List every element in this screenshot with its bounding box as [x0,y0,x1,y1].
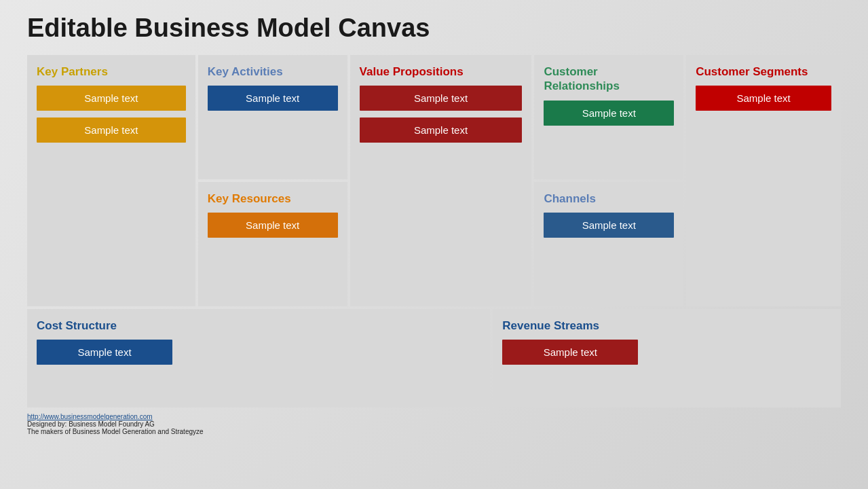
key-resources-btn-1[interactable]: Sample text [208,213,338,238]
customer-relationships-cell: Customer Relationships Sample text [534,55,683,179]
value-propositions-title: Value Propositions [360,65,523,79]
key-partners-btn-1[interactable]: Sample text [37,86,186,111]
revenue-streams-btn-1[interactable]: Sample text [502,340,638,365]
key-resources-cell: Key Resources Sample text [198,182,347,306]
cost-structure-cell: Cost Structure Sample text [27,309,490,408]
page-title: Editable Business Model Canvas [27,14,841,43]
value-props-btn-2[interactable]: Sample text [360,117,523,143]
cust-rel-chan-column: Customer Relationships Sample text Chann… [534,55,683,306]
key-activities-cell: Key Activities Sample text [198,55,347,179]
key-act-res-column: Key Activities Sample text Key Resources… [198,55,347,306]
key-activities-btn-1[interactable]: Sample text [208,86,338,111]
key-partners-btn-2[interactable]: Sample text [37,117,186,143]
channels-cell: Channels Sample text [534,182,683,306]
value-propositions-cell: Value Propositions Sample text Sample te… [350,55,532,306]
footer-designed: Designed by: Business Model Foundry AG [27,420,841,428]
footer-makers: The makers of Business Model Generation … [27,428,841,435]
customer-segments-cell: Customer Segments Sample text [686,55,841,306]
customer-segments-title: Customer Segments [696,65,831,79]
revenue-streams-title: Revenue Streams [502,319,831,333]
customer-relationships-title: Customer Relationships [544,65,674,94]
key-partners-cell: Key Partners Sample text Sample text [27,55,195,306]
top-section: Key Partners Sample text Sample text Key… [27,55,841,306]
revenue-streams-cell: Revenue Streams Sample text [493,309,841,408]
key-partners-title: Key Partners [37,65,186,79]
bottom-section: Cost Structure Sample text Revenue Strea… [27,309,841,408]
key-resources-title: Key Resources [208,192,338,206]
cost-structure-btn-1[interactable]: Sample text [37,340,172,365]
channels-btn-1[interactable]: Sample text [544,213,674,238]
footer: http://www.businessmodelgeneration.com D… [27,413,841,435]
footer-link[interactable]: http://www.businessmodelgeneration.com [27,413,153,420]
value-props-btn-1[interactable]: Sample text [360,86,523,111]
customer-segments-btn-1[interactable]: Sample text [696,86,831,111]
cost-structure-title: Cost Structure [37,319,480,333]
customer-relationships-btn-1[interactable]: Sample text [544,101,674,126]
key-activities-title: Key Activities [208,65,338,79]
channels-title: Channels [544,192,674,206]
canvas: Key Partners Sample text Sample text Key… [27,55,841,408]
